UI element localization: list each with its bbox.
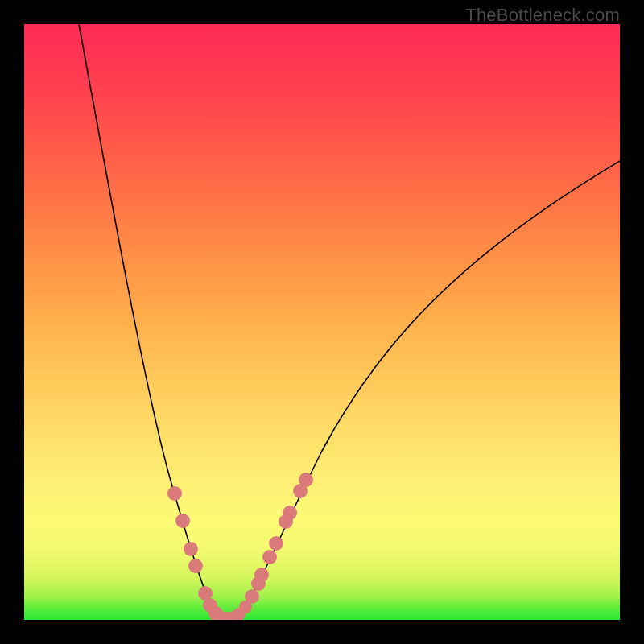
data-dot xyxy=(254,568,269,582)
data-dot xyxy=(245,589,259,604)
data-dot xyxy=(188,559,203,573)
data-dot xyxy=(262,550,277,564)
data-dot xyxy=(269,536,283,551)
data-dot xyxy=(299,473,313,487)
chart-frame: TheBottleneck.com xyxy=(0,0,644,644)
data-dot xyxy=(167,486,182,501)
data-dots-group xyxy=(167,473,313,620)
plot-area xyxy=(24,24,620,620)
right-curve-line xyxy=(225,161,620,619)
brand-watermark: TheBottleneck.com xyxy=(465,5,620,26)
data-dot xyxy=(283,506,297,520)
left-curve-line xyxy=(79,24,225,619)
data-dot xyxy=(184,542,198,556)
chart-svg xyxy=(24,24,620,620)
data-dot xyxy=(175,514,190,528)
